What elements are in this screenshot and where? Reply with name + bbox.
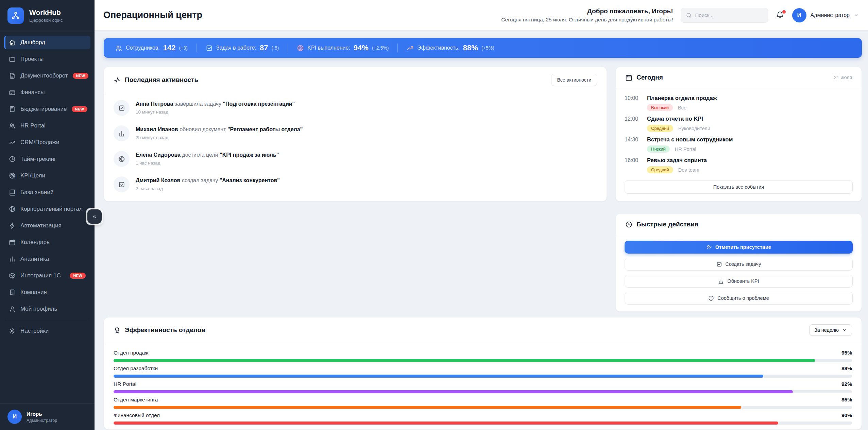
activity-item: Елена Сидорова достигла цели "KPI продаж… (114, 146, 597, 172)
avatar: И (792, 8, 806, 22)
efficiency-row: Отдел продаж 95% (114, 350, 852, 362)
priority-badge: Средний (647, 166, 673, 173)
progress-track (114, 390, 852, 393)
update-kpi-button[interactable]: Обновить KPI (625, 275, 853, 288)
sidebar-item-knowledge-base[interactable]: База знаний (4, 186, 90, 199)
priority-badge: Высокий (647, 104, 673, 111)
notification-dot (782, 10, 786, 14)
efficiency-card: Эффективность отделов За неделю Отдел пр… (104, 317, 862, 430)
stat-employees: Сотрудников: 142 (+3) (106, 44, 197, 52)
activity-item: Дмитрий Козлов создал задачу "Анализ кон… (114, 172, 597, 197)
sidebar-item-label: Аналитика (20, 256, 49, 262)
today-title: Сегодня (636, 74, 663, 81)
content: Сотрудников: 142 (+3) Задач в работе: 87… (95, 31, 868, 430)
sidebar-item-1c-integration[interactable]: Интеграция 1С NEW (4, 269, 90, 282)
check-square-icon (206, 45, 213, 52)
calendar-icon (9, 239, 16, 246)
sidebar-item-label: Документооборот (20, 72, 68, 79)
period-select[interactable]: За неделю (809, 324, 852, 336)
sidebar-item-projects[interactable]: Проекты (4, 52, 90, 66)
chevron-down-icon (842, 328, 847, 332)
sidebar-item-company[interactable]: Компания (4, 286, 90, 299)
progress-fill (114, 359, 815, 362)
home-icon (9, 39, 16, 46)
sidebar-item-label: Бюджетирование (20, 106, 67, 113)
sidebar-item-budgeting[interactable]: Бюджетирование NEW (4, 102, 90, 116)
search-input[interactable] (695, 12, 763, 18)
department-value: 88% (841, 365, 852, 372)
bar-chart-icon (114, 125, 130, 141)
show-all-events-button[interactable]: Показать все события (625, 180, 853, 194)
department-label: Отдел продаж (114, 350, 148, 356)
activity-item: Анна Петрова завершила задачу "Подготовк… (114, 95, 597, 121)
target-icon (114, 151, 130, 167)
package-icon (9, 272, 16, 279)
sidebar-item-corporate-portal[interactable]: Корпоративный портал (4, 202, 90, 216)
search-icon (686, 12, 692, 18)
user-name: Игорь (27, 411, 57, 417)
today-date: 21 июля (834, 75, 852, 80)
report-problem-button[interactable]: Сообщить о проблеме (625, 292, 853, 305)
sidebar-collapse-button[interactable]: « (87, 209, 102, 224)
efficiency-row: Отдел разработки 88% (114, 365, 852, 378)
sidebar-item-hr-portal[interactable]: HR Portal (4, 119, 90, 133)
sidebar-item-dashboard[interactable]: Дашборд (4, 36, 90, 49)
priority-badge: Низкий (647, 145, 670, 153)
trending-up-icon (9, 139, 16, 146)
sidebar-item-calendar[interactable]: Календарь (4, 236, 90, 249)
mark-attendance-button[interactable]: Отметить присутствие (625, 241, 853, 254)
priority-badge: Средний (647, 125, 673, 132)
activity-time: 1 час назад (136, 160, 279, 166)
stat-tasks: Задач в работе: 87 (-5) (197, 44, 288, 52)
building-icon (9, 289, 16, 296)
event-row: 10:00 Планерка отдела продаж Высокий Все (616, 90, 862, 111)
new-badge: NEW (72, 106, 88, 112)
sidebar-item-kpi[interactable]: KPI/Цели (4, 169, 90, 183)
user-role-label: Администратор (811, 12, 850, 18)
pulse-icon (114, 76, 121, 84)
user-icon (9, 306, 16, 312)
sidebar-user-card[interactable]: И Игорь Администратор (0, 403, 95, 430)
efficiency-row: Отдел маркетинга 85% (114, 397, 852, 409)
sidebar-item-settings[interactable]: Настройки (4, 324, 90, 338)
sidebar-item-automation[interactable]: Автоматизация (4, 219, 90, 233)
page-title: Операционный центр (103, 10, 202, 20)
sidebar-item-docflow[interactable]: Документооборот NEW (4, 69, 90, 83)
sidebar-item-label: База знаний (20, 189, 53, 196)
sidebar-item-my-profile[interactable]: Мой профиль (4, 302, 90, 316)
sidebar-item-label: Мой профиль (20, 306, 57, 312)
award-icon (114, 327, 121, 334)
check-square-icon (114, 100, 130, 116)
brand: WorkHub Цифровой офис (0, 0, 95, 31)
chevron-down-icon (854, 13, 859, 18)
progress-track (114, 406, 852, 409)
notifications-button[interactable] (776, 11, 785, 20)
wallet-icon (9, 89, 16, 96)
efficiency-title: Эффективность отделов (125, 326, 205, 334)
calendar-icon (625, 74, 632, 81)
check-square-icon (716, 261, 722, 267)
topbar: Операционный центр Добро пожаловать, Иго… (95, 0, 868, 31)
sidebar-item-time-tracking[interactable]: Тайм-трекинг (4, 152, 90, 166)
department-value: 92% (841, 381, 852, 387)
event-row: 14:30 Встреча с новым сотрудником Низкий… (616, 132, 862, 153)
book-icon (9, 189, 16, 196)
create-task-button[interactable]: Создать задачу (625, 258, 853, 271)
stat-efficiency: Эффективность: 88% (+5%) (398, 44, 503, 52)
welcome-title: Добро пожаловать, Игорь! (501, 7, 673, 15)
all-activities-button[interactable]: Все активности (551, 74, 597, 86)
nav-divider (6, 320, 88, 320)
sidebar-item-label: Настройки (20, 328, 49, 334)
sidebar-nav: Дашборд Проекты Документооборот NEW Фина… (0, 31, 95, 403)
gear-icon (9, 328, 16, 334)
sidebar-item-crm[interactable]: CRM/Продажи (4, 136, 90, 149)
progress-track (114, 422, 852, 425)
trending-up-icon (407, 45, 414, 52)
efficiency-row: Финансовый отдел 90% (114, 412, 852, 425)
target-icon (9, 172, 16, 179)
sidebar-item-analytics[interactable]: Аналитика (4, 252, 90, 266)
sidebar-item-label: HR Portal (20, 122, 46, 129)
folder-icon (9, 56, 16, 63)
user-menu[interactable]: И Администратор (792, 8, 859, 22)
sidebar-item-finance[interactable]: Финансы (4, 86, 90, 99)
